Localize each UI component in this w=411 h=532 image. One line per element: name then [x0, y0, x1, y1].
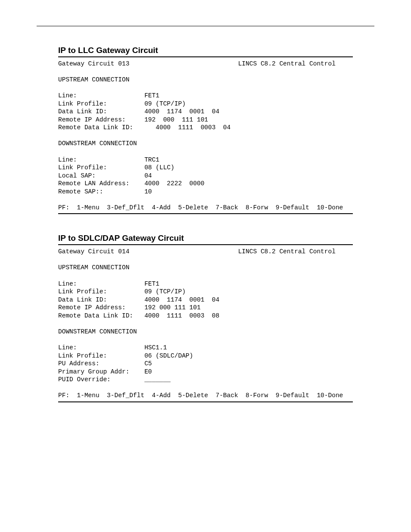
- section-rule-top-2: [58, 244, 353, 245]
- terminal-output-1: Gateway Circuit 013 LINCS C8.2 Central C…: [58, 60, 353, 212]
- section-2: IP to SDLC/DAP Gateway Circuit Gateway C…: [58, 233, 353, 402]
- section-1: IP to LLC Gateway Circuit Gateway Circui…: [58, 46, 353, 214]
- section-rule-bottom-1: [58, 213, 353, 214]
- section-title-1: IP to LLC Gateway Circuit: [58, 46, 353, 55]
- page: IP to LLC Gateway Circuit Gateway Circui…: [0, 0, 411, 532]
- section-title-2: IP to SDLC/DAP Gateway Circuit: [58, 233, 353, 243]
- section-rule-bottom-2: [58, 401, 353, 402]
- header-rule: [37, 26, 374, 26]
- terminal-output-2: Gateway Circuit 014 LINCS C8.2 Central C…: [58, 248, 353, 399]
- section-rule-top-1: [58, 56, 353, 57]
